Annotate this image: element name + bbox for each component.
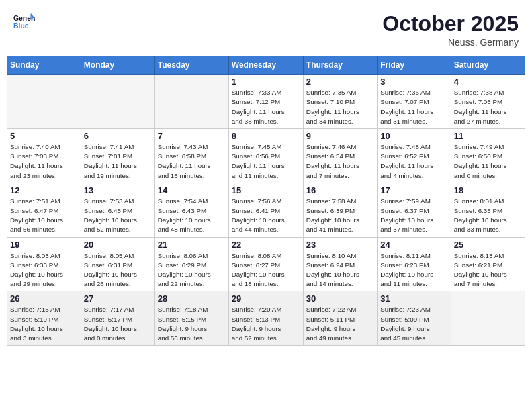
day-info: Sunrise: 7:15 AMSunset: 5:19 PMDaylight:… [10, 305, 78, 343]
weekday-header-row: SundayMondayTuesdayWednesdayThursdayFrid… [7, 56, 525, 75]
day-info: Sunrise: 7:17 AMSunset: 5:17 PMDaylight:… [84, 305, 152, 343]
calendar-cell: 6Sunrise: 7:41 AMSunset: 7:01 PMDaylight… [81, 129, 154, 183]
calendar-cell: 27Sunrise: 7:17 AMSunset: 5:17 PMDayligh… [81, 291, 154, 346]
calendar-cell: 14Sunrise: 7:54 AMSunset: 6:43 PMDayligh… [154, 183, 228, 237]
calendar-cell: 21Sunrise: 8:06 AMSunset: 6:29 PMDayligh… [154, 237, 228, 291]
day-info: Sunrise: 7:48 AMSunset: 6:52 PMDaylight:… [380, 142, 448, 181]
svg-text:Blue: Blue [13, 22, 29, 30]
day-info: Sunrise: 7:43 AMSunset: 6:58 PMDaylight:… [158, 142, 226, 181]
page-header: General Blue October 2025 Neuss, Germany [7, 7, 525, 50]
calendar-cell [7, 75, 81, 129]
day-number: 17 [380, 185, 448, 195]
day-number: 3 [380, 77, 448, 87]
day-info: Sunrise: 8:01 AMSunset: 6:35 PMDaylight:… [454, 197, 522, 235]
day-info: Sunrise: 7:54 AMSunset: 6:43 PMDaylight:… [158, 197, 226, 235]
day-number: 28 [158, 293, 226, 304]
title-block: October 2025 Neuss, Germany [382, 12, 519, 48]
calendar-cell: 1Sunrise: 7:33 AMSunset: 7:12 PMDaylight… [228, 75, 303, 129]
day-number: 9 [306, 131, 374, 141]
calendar-week-row: 5Sunrise: 7:40 AMSunset: 7:03 PMDaylight… [7, 129, 525, 183]
day-number: 27 [84, 293, 152, 304]
calendar-cell: 30Sunrise: 7:22 AMSunset: 5:11 PMDayligh… [303, 291, 377, 346]
day-info: Sunrise: 7:18 AMSunset: 5:15 PMDaylight:… [158, 305, 226, 343]
calendar-cell: 19Sunrise: 8:03 AMSunset: 6:33 PMDayligh… [7, 237, 81, 291]
calendar-cell [154, 75, 228, 129]
calendar-week-row: 12Sunrise: 7:51 AMSunset: 6:47 PMDayligh… [7, 183, 525, 237]
day-info: Sunrise: 7:56 AMSunset: 6:41 PMDaylight:… [232, 197, 300, 235]
calendar-cell: 7Sunrise: 7:43 AMSunset: 6:58 PMDaylight… [154, 129, 228, 183]
day-info: Sunrise: 7:46 AMSunset: 6:54 PMDaylight:… [306, 142, 374, 181]
calendar-cell: 4Sunrise: 7:38 AMSunset: 7:05 PMDaylight… [451, 75, 525, 129]
day-number: 10 [380, 131, 448, 141]
weekday-header: Monday [81, 56, 154, 75]
weekday-header: Sunday [7, 56, 81, 75]
day-info: Sunrise: 7:51 AMSunset: 6:47 PMDaylight:… [10, 197, 78, 235]
weekday-header: Thursday [303, 56, 377, 75]
day-number: 11 [454, 131, 522, 141]
day-info: Sunrise: 8:10 AMSunset: 6:24 PMDaylight:… [306, 251, 374, 289]
calendar-cell: 8Sunrise: 7:45 AMSunset: 6:56 PMDaylight… [228, 129, 303, 183]
day-info: Sunrise: 7:53 AMSunset: 6:45 PMDaylight:… [84, 197, 152, 235]
day-info: Sunrise: 8:06 AMSunset: 6:29 PMDaylight:… [158, 251, 226, 289]
calendar-cell: 26Sunrise: 7:15 AMSunset: 5:19 PMDayligh… [7, 291, 81, 346]
calendar-cell: 17Sunrise: 7:59 AMSunset: 6:37 PMDayligh… [378, 183, 451, 237]
day-info: Sunrise: 8:05 AMSunset: 6:31 PMDaylight:… [84, 251, 152, 289]
weekday-header: Friday [378, 56, 451, 75]
day-info: Sunrise: 7:22 AMSunset: 5:11 PMDaylight:… [306, 305, 374, 343]
day-number: 2 [306, 77, 374, 87]
day-info: Sunrise: 8:08 AMSunset: 6:27 PMDaylight:… [232, 251, 300, 289]
day-info: Sunrise: 7:20 AMSunset: 5:13 PMDaylight:… [232, 305, 300, 343]
calendar-table: SundayMondayTuesdayWednesdayThursdayFrid… [7, 56, 525, 346]
calendar-cell: 12Sunrise: 7:51 AMSunset: 6:47 PMDayligh… [7, 183, 81, 237]
calendar-cell: 22Sunrise: 8:08 AMSunset: 6:27 PMDayligh… [228, 237, 303, 291]
calendar-cell: 16Sunrise: 7:58 AMSunset: 6:39 PMDayligh… [303, 183, 377, 237]
logo: General Blue [13, 12, 35, 31]
day-number: 14 [158, 185, 226, 195]
calendar-cell: 5Sunrise: 7:40 AMSunset: 7:03 PMDaylight… [7, 129, 81, 183]
logo-icon: General Blue [13, 12, 35, 31]
calendar-cell: 3Sunrise: 7:36 AMSunset: 7:07 PMDaylight… [378, 75, 451, 129]
day-info: Sunrise: 7:45 AMSunset: 6:56 PMDaylight:… [232, 142, 300, 181]
day-info: Sunrise: 7:36 AMSunset: 7:07 PMDaylight:… [380, 88, 448, 126]
day-number: 4 [454, 77, 522, 87]
day-number: 23 [306, 240, 374, 250]
calendar-week-row: 19Sunrise: 8:03 AMSunset: 6:33 PMDayligh… [7, 237, 525, 291]
day-info: Sunrise: 7:35 AMSunset: 7:10 PMDaylight:… [306, 88, 374, 126]
day-info: Sunrise: 7:23 AMSunset: 5:09 PMDaylight:… [380, 305, 448, 343]
day-info: Sunrise: 7:40 AMSunset: 7:03 PMDaylight:… [10, 142, 78, 181]
day-number: 31 [380, 293, 448, 304]
calendar-cell: 13Sunrise: 7:53 AMSunset: 6:45 PMDayligh… [81, 183, 154, 237]
day-number: 24 [380, 240, 448, 250]
calendar-cell: 15Sunrise: 7:56 AMSunset: 6:41 PMDayligh… [228, 183, 303, 237]
day-info: Sunrise: 8:11 AMSunset: 6:23 PMDaylight:… [380, 251, 448, 289]
day-number: 16 [306, 185, 374, 195]
day-number: 5 [10, 131, 78, 141]
day-info: Sunrise: 7:59 AMSunset: 6:37 PMDaylight:… [380, 197, 448, 235]
day-number: 29 [232, 293, 300, 304]
day-number: 12 [10, 185, 78, 195]
calendar-cell: 31Sunrise: 7:23 AMSunset: 5:09 PMDayligh… [378, 291, 451, 346]
weekday-header: Saturday [451, 56, 525, 75]
day-number: 8 [232, 131, 300, 141]
day-info: Sunrise: 7:58 AMSunset: 6:39 PMDaylight:… [306, 197, 374, 235]
calendar-cell: 29Sunrise: 7:20 AMSunset: 5:13 PMDayligh… [228, 291, 303, 346]
calendar-cell: 2Sunrise: 7:35 AMSunset: 7:10 PMDaylight… [303, 75, 377, 129]
day-number: 1 [232, 77, 300, 87]
weekday-header: Wednesday [228, 56, 303, 75]
weekday-header: Tuesday [154, 56, 228, 75]
day-info: Sunrise: 8:13 AMSunset: 6:21 PMDaylight:… [454, 251, 522, 289]
day-number: 19 [10, 240, 78, 250]
day-number: 30 [306, 293, 374, 304]
day-number: 20 [84, 240, 152, 250]
day-number: 7 [158, 131, 226, 141]
calendar-cell: 20Sunrise: 8:05 AMSunset: 6:31 PMDayligh… [81, 237, 154, 291]
day-number: 13 [84, 185, 152, 195]
calendar-cell: 24Sunrise: 8:11 AMSunset: 6:23 PMDayligh… [378, 237, 451, 291]
day-info: Sunrise: 7:49 AMSunset: 6:50 PMDaylight:… [454, 142, 522, 181]
day-number: 18 [454, 185, 522, 195]
day-number: 15 [232, 185, 300, 195]
calendar-week-row: 1Sunrise: 7:33 AMSunset: 7:12 PMDaylight… [7, 75, 525, 129]
day-info: Sunrise: 7:38 AMSunset: 7:05 PMDaylight:… [454, 88, 522, 126]
calendar-cell: 28Sunrise: 7:18 AMSunset: 5:15 PMDayligh… [154, 291, 228, 346]
calendar-cell: 10Sunrise: 7:48 AMSunset: 6:52 PMDayligh… [378, 129, 451, 183]
